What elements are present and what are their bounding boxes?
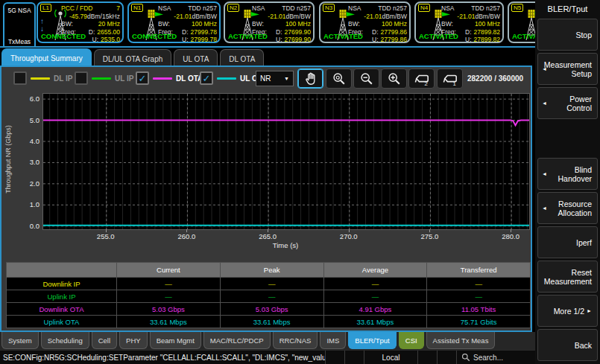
cell-status-box[interactable]: L1 ↑↓ PCC / FDD7 -45.79dBm/15kHz BW:20 M [37, 1, 124, 43]
table-cell-peak: 33.61 Mbps [221, 316, 323, 328]
cell-mode-label: NSA [252, 4, 265, 13]
cell-dl-label: D: [465, 28, 472, 36]
bottom-tab[interactable]: BLER/Tput [348, 332, 396, 349]
status-bar: SE:CONFig:NR5G:SCHeduling:SETParameter "… [0, 350, 535, 364]
legend-item[interactable]: ✓ DL IP [13, 71, 72, 85]
x-axis-ticks: 255.0260.0265.0270.0275.0280.0 [42, 230, 528, 240]
bottom-tab-label: Scheduling [48, 336, 83, 345]
cell-ul-freq: 27799.86 [381, 36, 407, 44]
submenu-arrow-icon: ◄ [542, 170, 547, 179]
table-cell-transferred: — [427, 278, 530, 290]
legend-checkbox[interactable]: ✓ [200, 71, 213, 85]
cell-power-unit: dBm/BW [382, 13, 407, 21]
cell-power-value: -21.01 [174, 13, 192, 21]
cell-ul-freq: 2535.0 [101, 36, 120, 44]
zoom-out-button[interactable] [353, 68, 379, 89]
search-icon [461, 353, 470, 362]
sidebar-button[interactable]: ◄ Blind Handover ► [537, 158, 598, 190]
legend-item[interactable]: ✓ DL OTA [136, 71, 203, 85]
legend-checkbox[interactable]: ✓ [136, 71, 149, 85]
bottom-tab-label: RRC/NAS [280, 336, 312, 345]
bottom-tab[interactable]: MAC/RLC/PDCP [203, 332, 271, 349]
table-cell-peak: — [221, 278, 323, 290]
sidebar-button-label: Blind Handover [549, 165, 592, 183]
cell-connection-status: ACTIVATED [228, 32, 268, 40]
sidebar-button[interactable]: ◄ Measurement Setup ► [537, 53, 598, 85]
bottom-tab[interactable]: RRC/NAS [273, 332, 318, 349]
mode-box[interactable]: 5G NSA TxMeas [3, 2, 36, 48]
cell-status-box[interactable]: N3 ↑↓ NSATDD n257 -21.01dBm/BW BW:100 MH [319, 1, 411, 43]
cell-bw-label: BW: [348, 20, 360, 28]
rat-dropdown[interactable]: NR ▼ [256, 71, 294, 86]
zoom-in-button[interactable] [381, 68, 407, 89]
legend-item[interactable]: ✓ UL IP [75, 71, 133, 85]
submenu-arrow-icon: ◄ [542, 65, 547, 74]
measurement-tab-row: Throughput Summary DL/UL OTA Graph UL OT… [0, 48, 537, 67]
table-cell-transferred: 11.05 Tbits [427, 303, 530, 315]
throughput-chart-plot[interactable] [42, 93, 530, 230]
y-tick-label: 2.0 [30, 179, 40, 188]
sidebar-button-label: Power Control [549, 95, 592, 112]
zoom-region-1-icon: 1 [442, 71, 458, 86]
sidebar-button-label: Resource Allocation [549, 199, 592, 217]
cell-ul-freq: 27999.78 [191, 36, 217, 44]
sidebar-button-label: More 1/2 [554, 307, 584, 316]
bottom-tab-label: BLER/Tput [355, 336, 389, 345]
cell-ul-label: U: [372, 36, 379, 44]
sidebar-button[interactable]: ◄ Stop ► [537, 19, 598, 51]
zoom-region-1-button[interactable]: 1 [437, 68, 463, 89]
cell-status-row: 5G NSA TxMeas L1 ↑↓ PCC / [0, 0, 535, 48]
zoom-region-2-button[interactable]: 2 [408, 68, 435, 89]
bottom-tab-label: System [8, 336, 32, 345]
sidebar-button[interactable]: ◄ More 1/2 ► [537, 295, 598, 327]
y-tick-label: 6.0 [30, 95, 40, 103]
table-row-label: Downlink IP [7, 278, 116, 290]
sidebar-button[interactable]: ◄ Iperf ► [537, 226, 598, 258]
cell-status-box[interactable]: N1 ↑↓ NSATDD n257 -21.01dBm/BW BW:100 MH [127, 1, 221, 43]
bottom-tab[interactable]: Cell [92, 332, 117, 349]
category-tab-bar: System Scheduling Cell PHY Beam Mgmt MAC… [0, 332, 537, 350]
status-cell [325, 351, 344, 364]
cell-power-unit: dBm/BW [285, 13, 311, 21]
cell-dl-label: D: [89, 28, 95, 36]
cell-status-box[interactable]: N5 ↑↓ [508, 1, 535, 43]
cell-ul-label: U: [92, 36, 99, 44]
cell-power-unit: dBm/BW [475, 13, 500, 21]
legend-checkbox[interactable]: ✓ [13, 71, 27, 85]
pan-tool-button[interactable] [297, 68, 323, 89]
sidebar-button[interactable]: ◄ Resource Allocation ► [537, 192, 598, 224]
y-axis-label: Throughput NR (Gbps) [4, 111, 12, 208]
zoom-fit-button[interactable] [326, 68, 352, 89]
bottom-tab[interactable]: System [1, 332, 39, 349]
table-cell-current: — [117, 290, 220, 302]
cell-status-box[interactable]: N4 ↑↓ NSATDD n257 -21.01dBm/BW BW:100 MH [414, 1, 504, 43]
bottom-tab[interactable]: CSI [399, 332, 424, 349]
sidebar-button[interactable]: ◄ Back ► [537, 329, 598, 361]
bottom-tab[interactable]: Assisted Tx Meas [426, 332, 496, 349]
column-header-average: Average [324, 263, 427, 277]
bottom-tab[interactable]: PHY [119, 332, 148, 349]
bottom-tab[interactable]: Beam Mgmt [150, 332, 201, 349]
top-tab-label: DL/UL OTA Graph [103, 55, 163, 63]
search-field[interactable]: Search... [456, 351, 535, 364]
legend-color-line [153, 77, 172, 80]
cell-band-label: 7 [116, 4, 120, 13]
table-cell-current: 5.03 Gbps [117, 303, 220, 315]
cell-mode-label: NSA [441, 4, 454, 13]
svg-text:2: 2 [424, 80, 427, 86]
sidebar-button[interactable]: ◄ Power Control ► [537, 87, 598, 119]
bottom-tab[interactable]: IMS [320, 332, 346, 349]
local-button[interactable]: Local [364, 351, 417, 364]
table-cell-peak: 5.03 Gbps [221, 303, 323, 315]
legend-checkbox[interactable]: ✓ [75, 71, 88, 85]
sidebar-button[interactable]: ◄ Reset Measurement ► [537, 261, 598, 293]
more-arrow-icon: ► [587, 307, 592, 316]
legend-label: DL OTA [176, 74, 203, 83]
cell-bw-value: 100 MHz [382, 20, 407, 28]
cell-connection-status: ACTIVATED [323, 32, 363, 40]
bottom-tab[interactable]: Scheduling [41, 332, 89, 349]
cell-status-box[interactable]: N2 ↑↓ NSATDD n257 -21.01dBm/BW BW:100 MH [224, 1, 315, 43]
legend-color-line [31, 77, 50, 80]
cell-band-label: TDD n257 [378, 4, 407, 13]
table-row-label: Uplink IP [7, 290, 116, 302]
